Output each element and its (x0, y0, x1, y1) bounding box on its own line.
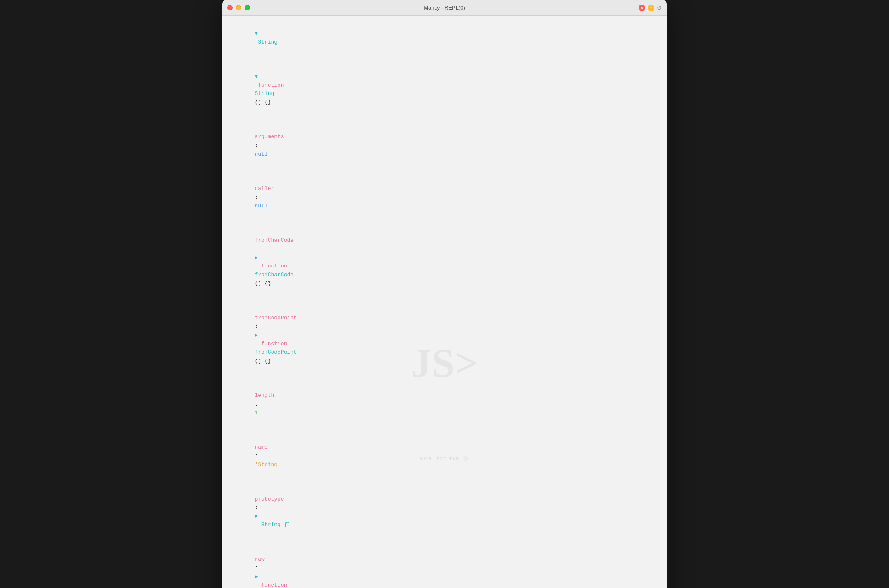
ctrl-refresh-button[interactable]: ↺ (657, 5, 662, 11)
val-length: 1 (255, 410, 258, 416)
fn-fromcodepoint: fromCodePoint (255, 349, 296, 355)
code-line-4: caller : null (229, 168, 660, 219)
prop-name: name (255, 444, 267, 450)
fn-body-1: () {} (255, 280, 271, 287)
val-null-2: null (255, 203, 267, 209)
code-line-10[interactable]: raw : ▶ function raw () {} (229, 538, 660, 588)
colon-2: : (255, 194, 261, 200)
main-window: Mancy - REPL(0) × − ↺ JS> REPL for fun 🐵… (222, 0, 667, 588)
fn-fromcharcode: fromCharCode (255, 272, 294, 278)
string-label: String (255, 39, 277, 45)
colon-8: : (255, 565, 261, 571)
ctrl-min-button[interactable]: − (648, 5, 654, 11)
kw-function-2: function (255, 263, 290, 269)
prop-caller: caller (255, 185, 274, 192)
expand-arrow-5[interactable]: ▶ (255, 254, 258, 262)
code-line-7: length : 1 (229, 374, 660, 426)
code-line-8: name : 'String' (229, 426, 660, 478)
code-line-9[interactable]: prototype : ▶ String {} (229, 478, 660, 538)
prop-fromcharcode: fromCharCode (255, 237, 294, 243)
fn-body-2: () {} (255, 358, 271, 364)
ctrl-close-button[interactable]: × (639, 5, 645, 11)
prop-fromcodepoint: fromCodePoint (255, 315, 296, 321)
kw-function-1: function (255, 82, 287, 88)
fn-name-string: String (255, 90, 274, 97)
val-prototype: String {} (255, 522, 290, 528)
titlebar: Mancy - REPL(0) × − ↺ (222, 0, 667, 16)
content-area: JS> REPL for fun 🐵 ▼ String ▼ function S… (222, 16, 667, 588)
code-line-3: arguments : null (229, 116, 660, 168)
colon-3: : (255, 246, 261, 252)
prop-raw: raw (255, 556, 264, 562)
collapse-arrow-2[interactable]: ▼ (255, 73, 258, 81)
code-line-6[interactable]: fromCodePoint : ▶ function fromCodePoint… (229, 297, 660, 374)
traffic-lights (227, 5, 250, 10)
colon-6: : (255, 453, 261, 459)
window-controls-right: × − ↺ (639, 5, 662, 11)
expand-arrow-6[interactable]: ▶ (255, 331, 258, 340)
code-line-1[interactable]: ▼ String (229, 21, 660, 55)
code-line-2[interactable]: ▼ function String () {} (229, 55, 660, 116)
expand-arrow-9[interactable]: ▶ (255, 512, 258, 521)
colon-1: : (255, 142, 261, 148)
prop-arguments: arguments (255, 134, 284, 140)
repl-output: JS> REPL for fun 🐵 ▼ String ▼ function S… (222, 16, 667, 588)
kw-function-3: function (255, 340, 290, 347)
close-button[interactable] (227, 5, 233, 10)
minimize-button[interactable] (236, 5, 241, 10)
colon-4: : (255, 323, 261, 330)
collapse-arrow-1[interactable]: ▼ (255, 29, 258, 38)
colon-5: : (255, 401, 261, 407)
colon-7: : (255, 505, 261, 511)
code-line-5[interactable]: fromCharCode : ▶ function fromCharCode (… (229, 219, 660, 296)
kw-function-4: function (255, 582, 290, 588)
val-null-1: null (255, 151, 267, 157)
prop-length: length (255, 392, 274, 398)
val-name: 'String' (255, 462, 280, 468)
prop-prototype: prototype (255, 496, 284, 502)
expand-arrow-10[interactable]: ▶ (255, 573, 258, 581)
fn-parens-1: () {} (255, 99, 271, 105)
maximize-button[interactable] (245, 5, 250, 10)
window-title: Mancy - REPL(0) (424, 5, 465, 11)
